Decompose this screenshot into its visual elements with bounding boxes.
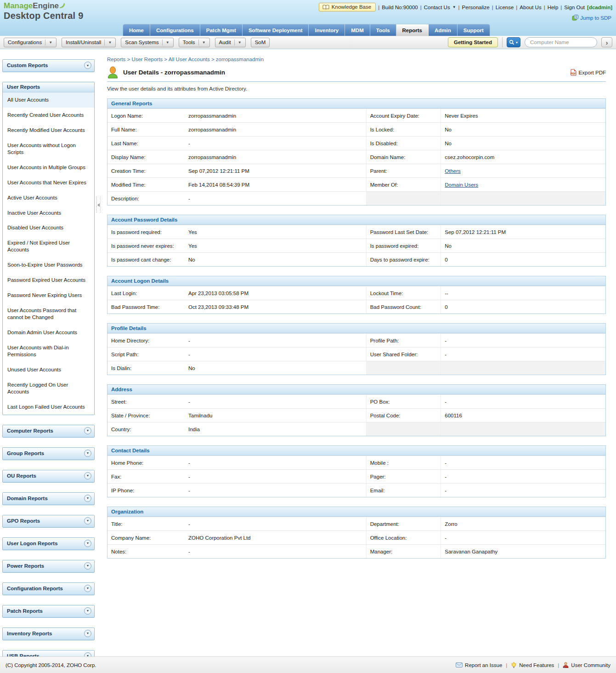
chevron-down-icon[interactable]: ▼: [84, 450, 91, 457]
sidebar-item-recently-logged-on-user-accounts[interactable]: Recently Logged On User Accounts: [3, 377, 94, 399]
sidebar-panel-header-computer-reports[interactable]: Computer Reports▼: [3, 425, 94, 437]
cell-value: Sep 07,2012 12:21:11 PM: [441, 225, 605, 239]
sidebar-panel-header-user-reports[interactable]: User Reports: [3, 82, 94, 92]
sidebar-panel-header-gpo-reports[interactable]: GPO Reports▼: [3, 515, 94, 527]
sidebar-item-last-logon-failed-user-accounts[interactable]: Last Logon Failed User Accounts: [3, 399, 94, 415]
report-an-issue-link[interactable]: Report an Issue: [456, 662, 502, 668]
menu-license[interactable]: License: [496, 5, 514, 10]
sidebar-item-soon-to-expire-user-passwords[interactable]: Soon-to-Expire User Passwords: [3, 257, 94, 273]
sidebar-item-unused-user-accounts[interactable]: Unused User Accounts: [3, 362, 94, 377]
sign-out-link[interactable]: Sign Out: [564, 5, 585, 10]
tab-configurations[interactable]: Configurations: [150, 24, 200, 36]
cell-label: [367, 192, 441, 205]
sidebar-item-user-accounts-with-dial-in-permissions[interactable]: User Accounts with Dial-in Permissions: [3, 340, 94, 362]
sidebar-panel-header-inventory-reports[interactable]: Inventory Reports▼: [3, 628, 94, 640]
menu-about-us[interactable]: About Us: [520, 5, 541, 10]
toolbar-button-configurations[interactable]: Configurations▼: [4, 38, 57, 47]
user-community-link[interactable]: User Community: [563, 662, 610, 668]
toolbar-button-tools[interactable]: Tools▼: [179, 38, 210, 47]
nav-tabs: HomeConfigurationsPatch MgmtSoftware Dep…: [123, 24, 490, 36]
grip-icon: [96, 197, 97, 213]
breadcrumb-all-user-accounts[interactable]: All User Accounts: [169, 57, 210, 62]
toolbar-button-audit[interactable]: Audit▼: [215, 38, 246, 47]
chevron-down-icon[interactable]: ▼: [84, 495, 91, 502]
tab-mdm[interactable]: MDM: [345, 24, 370, 36]
sidebar-item-user-accounts-without-logon-scripts[interactable]: User Accounts without Logon Scripts: [3, 138, 94, 160]
chevron-down-icon[interactable]: ▼: [84, 540, 91, 547]
sidebar-item-domain-admin-user-accounts[interactable]: Domain Admin User Accounts: [3, 325, 94, 340]
cell-value: Tamilnadu: [185, 409, 367, 422]
chevron-down-icon[interactable]: ▼: [84, 630, 91, 637]
tab-inventory[interactable]: Inventory: [309, 24, 345, 36]
search-go-button[interactable]: ›: [601, 37, 612, 47]
chevron-down-icon[interactable]: ▼: [84, 517, 91, 525]
cell-link-domain-users[interactable]: Domain Users: [445, 182, 478, 188]
sidebar-panel-header-power-reports[interactable]: Power Reports▼: [3, 560, 94, 572]
breadcrumb-separator: >: [163, 57, 168, 62]
computer-name-search-input[interactable]: [525, 37, 597, 47]
sidebar-item-active-user-accounts[interactable]: Active User Accounts: [3, 190, 94, 205]
tab-support[interactable]: Support: [458, 24, 490, 36]
toolbar-button-scan-systems[interactable]: Scan Systems▼: [121, 38, 173, 47]
tab-home[interactable]: Home: [123, 24, 150, 36]
sidebar-item-recently-modified-user-accounts[interactable]: Recently Modified User Accounts: [3, 123, 94, 138]
breadcrumb-reports[interactable]: Reports: [107, 57, 125, 62]
sidebar-panel-header-domain-reports[interactable]: Domain Reports▼: [3, 493, 94, 505]
sidebar-item-recently-created-user-accounts[interactable]: Recently Created User Accounts: [3, 108, 94, 123]
tab-patch-mgmt[interactable]: Patch Mgmt: [200, 24, 243, 36]
getting-started-button[interactable]: Getting Started: [448, 37, 498, 47]
chevron-down-icon[interactable]: ▼: [84, 472, 91, 479]
sidebar-item-all-user-accounts[interactable]: All User Accounts: [3, 92, 94, 108]
sidebar-item-user-accounts-in-multiple-groups[interactable]: User Accounts in Multiple Groups: [3, 160, 94, 175]
sidebar-item-expired-not-expired-user-accounts[interactable]: Expired / Not Expired User Accounts: [3, 235, 94, 257]
toolbar-button-install-uninstall[interactable]: Install/Uninstall▼: [62, 38, 116, 47]
sidebar-panel-header-ou-reports[interactable]: OU Reports▼: [3, 470, 94, 482]
cell-label: Office Location:: [367, 531, 441, 544]
cell-label: Parent:: [367, 164, 441, 177]
chevron-down-icon[interactable]: ▼: [84, 585, 91, 592]
sidebar-item-password-expired-user-accounts[interactable]: Password Expired User Accounts: [3, 273, 94, 288]
sidebar-panel-header-configuration-reports[interactable]: Configuration Reports▼: [3, 583, 94, 595]
sidebar-item-disabled-user-accounts[interactable]: Disabled User Accounts: [3, 220, 94, 235]
divider: [234, 40, 235, 46]
toolbar-button-som[interactable]: SoM: [251, 38, 270, 47]
cell-value: -: [441, 334, 605, 347]
knowledge-base-button[interactable]: Knowledge Base: [319, 3, 376, 11]
cell-value: No: [441, 123, 605, 136]
sidebar-item-user-accounts-that-never-expires[interactable]: User Accounts that Never Expires: [3, 175, 94, 190]
breadcrumb-user-reports[interactable]: User Reports: [131, 57, 163, 62]
tab-tools[interactable]: Tools: [370, 24, 396, 36]
menu-personalize[interactable]: Personalize: [462, 5, 490, 10]
tab-admin[interactable]: Admin: [429, 24, 458, 36]
build-number: Build No:90000: [382, 5, 418, 10]
toolbar: Configurations▼Install/Uninstall▼Scan Sy…: [0, 36, 616, 49]
section-general-reports: General ReportsLogon Name:zorropassmanad…: [107, 98, 606, 205]
cell-value: -: [185, 517, 367, 530]
menu-help[interactable]: Help: [548, 5, 559, 10]
cell-value: [441, 422, 605, 436]
sidebar-item-user-accounts-password-that-cannot-be-changed[interactable]: User Accounts Password that cannot be Ch…: [3, 303, 94, 325]
sidebar-panel-header-user-logon-reports[interactable]: User Logon Reports▼: [3, 538, 94, 550]
sidebar-item-inactive-user-accounts[interactable]: Inactive User Accounts: [3, 205, 94, 221]
menu-contact-us[interactable]: Contact Us: [424, 5, 450, 10]
chevron-down-icon[interactable]: ▼: [84, 62, 91, 69]
sidebar-panel-header-patch-reports[interactable]: Patch Reports▼: [3, 605, 94, 617]
sidebar-panel-header-group-reports[interactable]: Group Reports▼: [3, 448, 94, 460]
toolbar-button-label: Audit: [219, 40, 231, 45]
chevron-down-icon[interactable]: ▼: [84, 607, 91, 615]
tab-reports[interactable]: Reports: [396, 24, 429, 36]
chevron-down-icon[interactable]: ▼: [84, 562, 91, 570]
cell-label: Description:: [107, 192, 185, 205]
search-scope-button[interactable]: ▼: [507, 37, 520, 47]
sidebar-panel-header-custom-reports[interactable]: Custom Reports▼: [3, 60, 94, 72]
sidebar-collapse-handle[interactable]: [96, 196, 101, 214]
tab-software-deployment[interactable]: Software Deployment: [243, 24, 309, 36]
svg-text:PDF: PDF: [571, 72, 576, 75]
chevron-down-icon[interactable]: ▼: [84, 427, 91, 434]
sidebar-item-password-never-expiring-users[interactable]: Password Never Expiring Users: [3, 288, 94, 303]
jump-to-sdp-link[interactable]: Jump to SDP: [580, 15, 611, 21]
cell-link-others[interactable]: Others: [445, 168, 461, 174]
need-features-link[interactable]: Need Features: [511, 662, 554, 668]
export-pdf-button[interactable]: PDF Export PDF: [571, 69, 606, 76]
cell-label: Bad Password Count:: [367, 300, 441, 314]
